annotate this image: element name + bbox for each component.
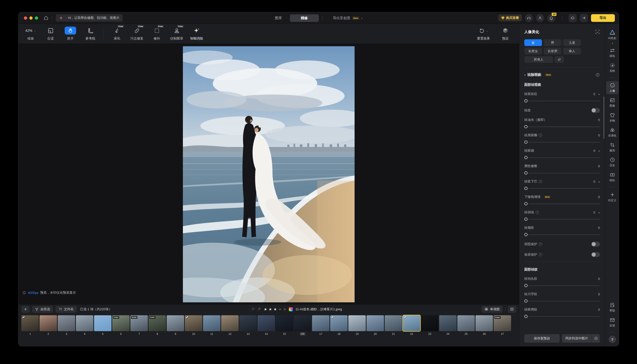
presets-button[interactable]: 预设	[499, 26, 512, 41]
liquify-tool[interactable]: Free 液化	[110, 26, 124, 41]
filmstrip-thumb[interactable]: 22	[403, 315, 420, 346]
cloud-sync-button[interactable]	[569, 14, 577, 22]
slider[interactable]	[524, 125, 600, 128]
sidebar-item-feedback[interactable]: 反馈	[606, 316, 618, 329]
notifications-button[interactable]: 14	[547, 14, 555, 22]
sidebar-item-history[interactable]: 历史	[606, 156, 618, 169]
filmstrip-thumb[interactable]: 2	[40, 315, 57, 346]
sidebar-item-face[interactable]: 人像	[606, 81, 618, 94]
sidebar-item-tether[interactable]: 联机	[606, 170, 618, 184]
expand-arrow-icon[interactable]: ▸	[599, 150, 600, 152]
filmstrip-thumb[interactable]: 12	[221, 315, 239, 346]
star-rating[interactable]: ★★★★★	[264, 307, 286, 312]
help-bubble-button[interactable]: ?	[609, 336, 616, 343]
filmstrip-thumb[interactable]: 17	[312, 315, 330, 346]
sidebar-item-help[interactable]: 帮助	[606, 301, 618, 314]
section-blemish-removal[interactable]: ▾ 祛除瑕疵 New	[524, 72, 600, 77]
slider-knob[interactable]	[524, 156, 527, 159]
filmstrip-thumb[interactable]: 18	[330, 315, 348, 346]
sidebar-item-local[interactable]: 局部	[606, 61, 618, 74]
slider[interactable]	[524, 99, 600, 102]
filmstrip-thumb[interactable]: 14	[257, 315, 275, 346]
save-preset-button[interactable]: 保存新预设	[524, 334, 560, 342]
smart-erase-tool[interactable]: 智能消除	[190, 26, 203, 41]
add-photos-button[interactable]	[22, 306, 30, 313]
patch-tool[interactable]: Free 修补	[150, 26, 163, 41]
maximize-window-button[interactable]	[35, 16, 38, 20]
tab-export-creative[interactable]: 导出至创意 New ›	[326, 14, 369, 22]
toggle-switch[interactable]	[591, 242, 600, 247]
clone-stamp-tool[interactable]: Free 仿制图章	[170, 26, 183, 41]
slider-knob[interactable]	[524, 233, 527, 236]
slider[interactable]	[524, 233, 600, 236]
filmstrip-thumb[interactable]: 16	[294, 315, 311, 346]
slider-knob[interactable]	[524, 315, 527, 318]
hand-tool[interactable]: 抓手	[64, 26, 77, 41]
slider[interactable]	[524, 140, 600, 144]
filmstrip-thumb[interactable]: RAW8	[149, 315, 166, 346]
slider-knob[interactable]	[524, 125, 527, 128]
toggle-switch[interactable]	[591, 252, 600, 257]
panel-scrollbar[interactable]	[603, 96, 604, 139]
buy-plan-button[interactable]: 购买套餐	[498, 14, 522, 22]
slider-knob[interactable]	[524, 187, 527, 190]
sync-to-selected-button[interactable]: 同步到选中图片	[562, 334, 600, 342]
info-icon[interactable]: ?	[539, 134, 542, 137]
slider-knob[interactable]	[524, 140, 527, 144]
single-view-button[interactable]: 单视图	[481, 306, 503, 313]
filmstrip-thumb[interactable]: 23	[421, 315, 438, 346]
sidebar-item-crop[interactable]: 裁剪	[606, 141, 618, 154]
filmstrip-thumb[interactable]: 5	[94, 315, 112, 346]
slider[interactable]	[524, 284, 600, 287]
info-icon[interactable]: ?	[535, 210, 539, 214]
slider-knob[interactable]	[524, 202, 527, 205]
sidebar-item-plus[interactable]: 自定义	[606, 190, 618, 204]
face-detect-icon[interactable]	[595, 29, 600, 34]
collapse-panel-button[interactable]	[580, 14, 588, 22]
slider[interactable]	[524, 171, 600, 174]
slider[interactable]	[524, 299, 600, 302]
sync-settings-icon[interactable]	[591, 334, 600, 342]
filmstrip-thumb[interactable]: RAW7	[130, 315, 148, 346]
filmstrip-thumb[interactable]: 20	[367, 315, 384, 346]
filmstrip-thumb[interactable]: 24	[439, 315, 457, 346]
face-type-elder-female[interactable]: 长辈女	[524, 48, 542, 54]
star-icon[interactable]: ★	[278, 307, 281, 312]
expand-arrow-icon[interactable]: ▸	[599, 180, 600, 183]
filmstrip-thumb[interactable]: 10	[185, 315, 202, 346]
reset-effects-button[interactable]: ⌄ 重置效果	[477, 26, 490, 41]
zoom-tool[interactable]: 42%⌄ 缩放	[24, 26, 37, 41]
slider[interactable]	[524, 202, 600, 205]
sidebar-item-cloth[interactable]: 衣物	[606, 111, 618, 124]
star-icon[interactable]: ★	[268, 307, 272, 312]
star-icon[interactable]: ★	[264, 307, 267, 312]
spot-heal-tool[interactable]: Free 污点修复	[130, 26, 144, 41]
star-icon[interactable]: ★	[283, 307, 286, 312]
fit-tool[interactable]: 合适	[44, 26, 57, 41]
face-type-elder-male[interactable]: 长辈男	[544, 48, 561, 54]
expand-arrow-icon[interactable]: ▸	[599, 93, 600, 96]
tab-library[interactable]: 图库	[268, 14, 289, 22]
slider[interactable]	[524, 187, 600, 190]
sidebar-item-ai[interactable]: AI色彩	[606, 28, 618, 42]
star-icon[interactable]: ★	[273, 307, 277, 312]
split-view-button[interactable]	[508, 306, 516, 313]
face-type-single[interactable]: 单人	[563, 48, 581, 54]
face-type-everyone[interactable]: 所有人	[524, 56, 553, 63]
face-type-male[interactable]: 男	[544, 39, 561, 46]
home-icon[interactable]	[44, 16, 49, 20]
filmstrip-thumb[interactable]: 19	[348, 315, 366, 346]
face-type-female[interactable]: 女	[524, 39, 542, 46]
sidebar-item-tune[interactable]: 调色	[606, 46, 618, 60]
close-window-button[interactable]	[24, 16, 27, 20]
filmstrip-thumb[interactable]: 21	[385, 315, 402, 346]
slider-knob[interactable]	[524, 171, 527, 174]
slider-knob[interactable]	[524, 99, 527, 102]
filmstrip-thumb[interactable]: 1	[22, 315, 39, 346]
filmstrip-thumb[interactable]: 13	[239, 315, 257, 346]
filmstrip-thumb[interactable]: 3	[58, 315, 75, 346]
section-reset-icon[interactable]	[595, 72, 600, 77]
slider-knob[interactable]	[524, 218, 527, 221]
minimize-window-button[interactable]	[29, 16, 33, 20]
color-label-chip[interactable]	[289, 307, 293, 311]
